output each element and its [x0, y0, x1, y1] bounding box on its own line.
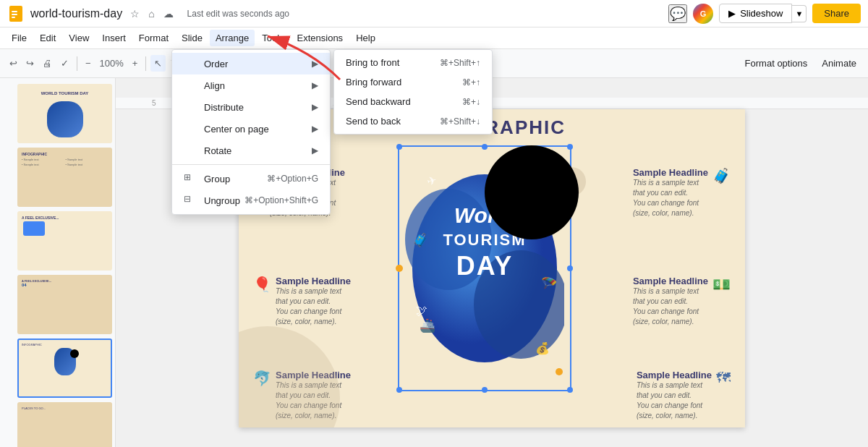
text-br: This is a sample textthat you can edit.Y…: [637, 380, 712, 421]
group-shortcut: ⌘+Option+G: [267, 174, 318, 184]
slide-5-thumb[interactable]: INFOGRAPHIC: [17, 339, 112, 398]
arrange-rotate-label: Rotate: [204, 145, 231, 156]
section-mid-left: 🎈 Sample Headline This is a sample textt…: [253, 276, 369, 327]
menu-file[interactable]: File: [6, 30, 33, 46]
arrange-rotate[interactable]: Rotate ▶: [172, 140, 330, 161]
text-tr: This is a sample textthat you can edit.Y…: [633, 178, 708, 218]
slide-1-badge: [47, 101, 83, 137]
share-button[interactable]: Share: [812, 4, 861, 23]
arrange-center[interactable]: Center on page ▶: [172, 118, 330, 140]
arrange-distribute[interactable]: Distribute ▶: [172, 96, 330, 118]
headline-br: Sample Headline: [637, 370, 712, 380]
handle-bl[interactable]: [396, 387, 402, 393]
slide-4-content: A FEEL EXCLUSIVE... 04: [19, 276, 111, 333]
send-backward-label: Send backward: [346, 96, 411, 107]
menu-insert[interactable]: Insert: [96, 30, 132, 46]
order-bring-forward[interactable]: Bring forward ⌘+↑: [334, 72, 492, 92]
svg-rect-1: [12, 11, 17, 12]
menu-view[interactable]: View: [63, 30, 95, 46]
toolbar-zoom-out[interactable]: −: [82, 55, 95, 72]
toolbar-zoom-in[interactable]: +: [129, 55, 142, 72]
slide-2-wrapper: 2 INFOGRAPHIC • Sample text • Sample tex…: [3, 148, 112, 207]
rotate-icon: [184, 144, 197, 157]
arrange-group[interactable]: ⊞ Group ⌘+Option+G: [172, 168, 330, 190]
arrange-align-label: Align: [204, 80, 225, 91]
order-bring-front[interactable]: Bring to front ⌘+Shift+↑: [334, 53, 492, 72]
toolbar-cursor[interactable]: ↖: [150, 55, 166, 72]
handle-mr[interactable]: [567, 265, 573, 271]
slide-5-wrapper: 5 INFOGRAPHIC: [3, 339, 112, 398]
order-send-back[interactable]: Send to back ⌘+Shift+↓: [334, 111, 492, 131]
handle-bc[interactable]: [482, 387, 488, 393]
handle-br[interactable]: [567, 387, 573, 393]
arrange-order-label: Order: [204, 59, 228, 69]
animate-button[interactable]: Animate: [816, 55, 862, 72]
cloud-status-button[interactable]: ☁: [161, 6, 176, 22]
bring-forward-shortcut: ⌘+↑: [462, 77, 480, 88]
slide-1-thumb[interactable]: WORLD TOURISM DAY: [17, 84, 112, 143]
headline-mr: Sample Headline: [633, 276, 708, 286]
section-mid-right: Sample Headline This is a sample texttha…: [615, 276, 731, 327]
toolbar-redo[interactable]: ↪: [22, 55, 38, 72]
toolbar-undo[interactable]: ↩: [6, 55, 21, 72]
slide-6-thumb[interactable]: PLACES TO GO...: [17, 402, 112, 447]
slideshow-button[interactable]: ▶ Slideshow: [719, 4, 792, 23]
order-icon: [184, 57, 197, 70]
slide-2-content: INFOGRAPHIC • Sample text • Sample text …: [19, 149, 111, 205]
arrange-order[interactable]: Order ▶: [172, 53, 330, 74]
headline-tr: Sample Headline: [633, 167, 708, 178]
toolbar-spellcheck[interactable]: ✓: [57, 55, 72, 72]
slides-panel: 1 WORLD TOURISM DAY 2 INFOGRAPHIC • Samp…: [0, 78, 116, 447]
send-back-shortcut: ⌘+Shift+↓: [440, 116, 480, 127]
toolbar-print[interactable]: 🖨: [39, 55, 56, 72]
menu-extensions[interactable]: Extensions: [292, 30, 349, 46]
menu-slide[interactable]: Slide: [176, 30, 208, 46]
badge-selection-container[interactable]: World TOURISM DAY ✈ 🧳 🚢 💰 🪂 🕊: [398, 145, 571, 391]
menu-format[interactable]: Format: [133, 30, 174, 46]
arrange-align[interactable]: Align ▶: [172, 74, 330, 96]
bring-front-shortcut: ⌘+Shift+↑: [440, 58, 480, 68]
slide-3-wrapper: 3 A FEEL EXCLUSIVE...: [3, 211, 112, 271]
toolbar-sep-1: [77, 56, 77, 71]
svg-rect-3: [12, 17, 15, 18]
toolbar-zoom-level[interactable]: 100%: [96, 55, 127, 72]
black-circle-overlay: [485, 145, 579, 239]
title-bar-right: 💬 G ▶ Slideshow ▼ Share: [668, 4, 861, 24]
menu-tools[interactable]: Tools: [256, 30, 289, 46]
menu-help[interactable]: Help: [350, 30, 381, 46]
slide-2-thumb[interactable]: INFOGRAPHIC • Sample text • Sample text …: [17, 148, 112, 207]
google-account-icon: G: [693, 4, 713, 24]
star-button[interactable]: ☆: [128, 6, 142, 22]
arrange-dropdown: Order ▶ Align ▶ Distribute ▶ Center on p…: [171, 49, 331, 215]
headline-ml: Sample Headline: [276, 276, 351, 286]
ungroup-icon: ⊟: [184, 194, 197, 207]
slideshow-dropdown-button[interactable]: ▼: [792, 5, 807, 22]
arrange-ungroup[interactable]: ⊟ Ungroup ⌘+Option+Shift+G: [172, 190, 330, 211]
handle-tc[interactable]: [482, 144, 488, 150]
group-icon: ⊞: [184, 172, 197, 185]
toolbar-right: Format options Animate: [739, 55, 862, 72]
comments-button[interactable]: 💬: [668, 4, 687, 23]
section-bot-right: Sample Headline This is a sample texttha…: [615, 370, 731, 421]
slide-6-wrapper: 6 PLACES TO GO...: [3, 402, 112, 447]
slide-1-content: WORLD TOURISM DAY: [19, 85, 111, 142]
handle-tl[interactable]: [396, 144, 402, 150]
money-icon-badge: 💰: [535, 341, 550, 355]
order-send-backward[interactable]: Send backward ⌘+↓: [334, 92, 492, 111]
bring-forward-label: Bring forward: [346, 77, 401, 88]
section-top-right: Sample Headline This is a sample texttha…: [615, 167, 731, 218]
title-bar: world-tourism-day ☆ ⌂ ☁ Last edit was se…: [0, 0, 868, 27]
handle-tr[interactable]: [567, 144, 573, 150]
orange-dot-left: [396, 265, 403, 272]
slide-4-thumb[interactable]: A FEEL EXCLUSIVE... 04: [17, 275, 112, 334]
distribute-icon: [184, 101, 197, 114]
title-icons: ☆ ⌂ ☁: [128, 6, 175, 22]
slideshow-label: Slideshow: [740, 8, 783, 19]
move-to-drive-button[interactable]: ⌂: [146, 6, 156, 22]
menu-edit[interactable]: Edit: [34, 30, 61, 46]
format-options-button[interactable]: Format options: [739, 55, 814, 72]
slide-3-thumb[interactable]: A FEEL EXCLUSIVE...: [17, 211, 112, 271]
menu-arrange[interactable]: Arrange: [210, 30, 255, 46]
toolbar-sep-2: [145, 56, 146, 71]
rotate-arrow: ▶: [312, 145, 318, 156]
